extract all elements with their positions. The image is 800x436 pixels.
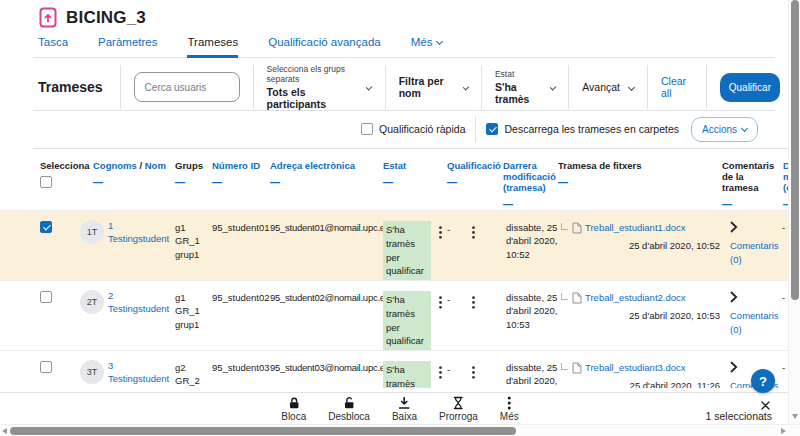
hide-column-link[interactable]: — (175, 177, 212, 188)
submission-file-link[interactable]: Treball_estudiant1.docx (585, 221, 686, 234)
col-grade[interactable]: Qualificació (447, 160, 501, 171)
group-filter-dropdown[interactable]: Selecciona els grups separats Tots els p… (267, 64, 372, 110)
status-badge: S'ha tramès per qualificar (383, 361, 431, 388)
divider (385, 65, 386, 109)
page-title: BICING_3 (66, 8, 146, 28)
name-filter-dropdown[interactable]: Filtra per nom (399, 75, 468, 99)
status-filter-dropdown[interactable]: Estat S'ha tramès (495, 69, 555, 105)
tab-tasca[interactable]: Tasca (38, 36, 68, 58)
col-email[interactable]: Adreça electrònica (270, 160, 355, 171)
hide-column-link[interactable]: — (722, 199, 778, 210)
horizontal-scrollbar[interactable] (0, 424, 800, 436)
col-status[interactable]: Estat (383, 160, 406, 171)
sort-nom-link[interactable]: Nom (145, 160, 166, 171)
options-bar: Qualificació ràpida Descarrega les trame… (361, 113, 758, 145)
extend-button[interactable]: Prorroga (439, 396, 478, 422)
actions-button[interactable]: Accions (691, 117, 758, 142)
status-menu-icon[interactable] (439, 366, 442, 379)
tab-parametres[interactable]: Paràmetres (98, 36, 157, 58)
hide-column-link[interactable]: — (212, 177, 270, 188)
help-button[interactable]: ? (751, 369, 775, 393)
avatar: 1T (80, 220, 104, 244)
col-idnumber[interactable]: Número ID (212, 160, 260, 171)
sort-cognoms-link[interactable]: Cognoms (93, 160, 137, 171)
grade-menu-icon[interactable] (472, 296, 475, 309)
last-grade-modified-cell: - (782, 292, 785, 303)
comments-link[interactable]: Comentaris(0) (730, 239, 778, 266)
hide-column-link[interactable]: — (503, 199, 558, 210)
submission-file-link[interactable]: Treball_estudiant3.docx (585, 361, 686, 374)
hide-column-link[interactable]: — (558, 177, 722, 188)
status-menu-icon[interactable] (439, 296, 442, 309)
submission-file-link[interactable]: Treball_estudiant2.docx (585, 291, 686, 304)
status-filter-label: Estat (495, 69, 542, 79)
horizontal-scrollbar-thumb[interactable] (10, 427, 516, 435)
avatar: 3T (80, 360, 104, 384)
select-all-checkbox[interactable] (40, 176, 52, 188)
col-select: Selecciona (40, 160, 90, 171)
lock-button[interactable]: Bloca (281, 396, 306, 422)
col-file-submissions: Tramesa de fitxers (558, 160, 641, 171)
tab-qualificacio-avancada[interactable]: Qualificació avançada (268, 36, 381, 58)
group-filter-label: Selecciona els grups separats (267, 64, 359, 84)
row-select-checkbox[interactable] (40, 221, 52, 233)
tree-branch-icon (561, 363, 568, 370)
student-name-link[interactable]: 3 Testingstudent (108, 359, 175, 386)
expand-comments-chevron[interactable] (730, 361, 738, 376)
col-groups: Grups (175, 160, 203, 171)
vertical-scrollbar-thumb[interactable] (791, 0, 799, 300)
tree-branch-icon (561, 223, 568, 230)
hide-column-link[interactable]: — (93, 177, 175, 188)
unlock-button[interactable]: Desbloca (328, 396, 370, 422)
file-date: 25 d'abril 2020, 10:52 (558, 239, 722, 252)
student-name-link[interactable]: 1 Testingstudent (108, 219, 175, 246)
quick-grading-option: Qualificació ràpida (361, 123, 465, 135)
expand-comments-chevron[interactable] (730, 221, 738, 236)
quick-grading-checkbox[interactable] (361, 123, 373, 135)
advanced-filter-dropdown[interactable]: Avançat (582, 81, 634, 93)
search-input[interactable] (134, 72, 240, 102)
clear-all-link[interactable]: Clear all (661, 75, 693, 99)
student-name-link[interactable]: 2 Testingstudent (108, 289, 175, 316)
grade-button[interactable]: Qualificar (720, 73, 780, 102)
selected-count: 1 seleccionats (705, 410, 772, 422)
download-button[interactable]: Baixa (392, 396, 417, 422)
more-icon (507, 396, 511, 410)
grade-cell: - (447, 293, 450, 309)
col-last-modified[interactable]: Darrera modificació (tramesa) (503, 160, 556, 193)
hide-column-link[interactable]: — (383, 177, 447, 188)
status-badge: S'ha tramès per qualificar (383, 221, 431, 280)
tab-trameses[interactable]: Trameses (187, 36, 238, 58)
download-folders-option: Descarrega les trameses en carpetes (486, 123, 679, 135)
tab-mes[interactable]: Més (411, 36, 443, 58)
comments-link[interactable]: Comentaris(0) (730, 309, 778, 336)
last-modified-cell: dissabte, 25 d'abril 2020, 10:53 (506, 292, 557, 330)
last-grade-modified-cell: - (782, 222, 785, 233)
row-select-checkbox[interactable] (40, 361, 52, 373)
assignment-icon (38, 7, 58, 28)
divider (120, 65, 121, 109)
file-icon (572, 362, 582, 374)
download-folders-checkbox[interactable] (486, 123, 498, 135)
hide-column-link[interactable]: — (270, 177, 383, 188)
hide-column-link[interactable]: — (447, 177, 503, 188)
groups-cell: g1 GR_1 grup1 (175, 291, 212, 331)
page-header: BICING_3 (38, 7, 146, 28)
grade-menu-icon[interactable] (472, 366, 475, 379)
grade-menu-icon[interactable] (472, 226, 475, 239)
divider (647, 65, 648, 109)
scroll-right-arrow-icon[interactable] (781, 428, 786, 434)
download-folders-label: Descarrega les trameses en carpetes (504, 123, 679, 135)
scroll-left-arrow-icon[interactable] (2, 428, 7, 434)
col-name: Cognoms / Nom (93, 160, 166, 171)
status-menu-icon[interactable] (439, 226, 442, 239)
more-button[interactable]: Més (500, 396, 519, 422)
expand-comments-chevron[interactable] (730, 291, 738, 306)
divider (33, 110, 775, 111)
scroll-down-arrow-icon[interactable] (792, 414, 798, 419)
last-grade-modified-cell: - (782, 362, 785, 373)
avatar: 2T (80, 290, 104, 314)
row-select-checkbox[interactable] (40, 291, 52, 303)
group-filter-value: Tots els participants (267, 86, 359, 110)
vertical-scrollbar[interactable] (788, 0, 800, 424)
